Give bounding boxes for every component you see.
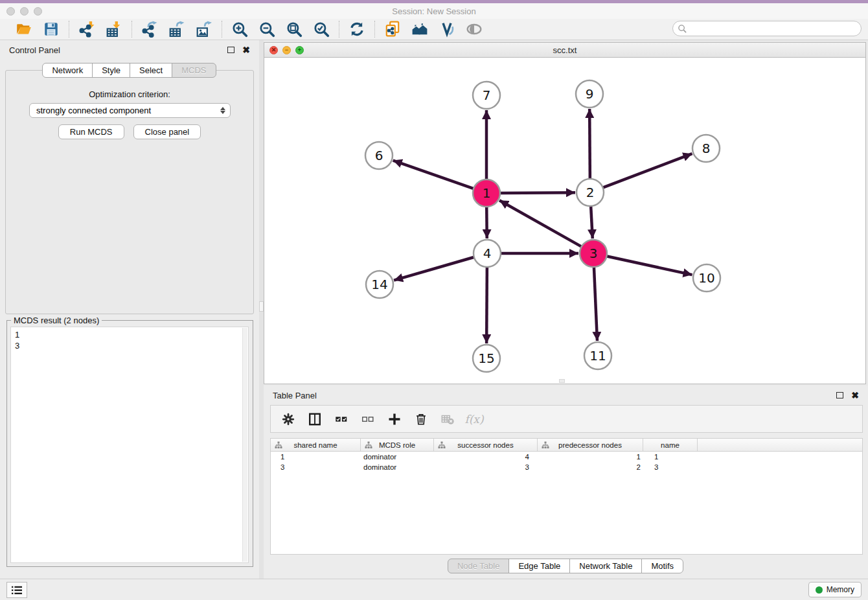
export-table-icon[interactable] xyxy=(168,21,185,38)
graph-node-2[interactable]: 2 xyxy=(577,179,604,206)
graph-edge-1-2[interactable] xyxy=(498,192,575,193)
table-header-row[interactable]: shared name MCDS role successor nodes pr… xyxy=(271,439,862,452)
network-window-titlebar[interactable]: ✕ − + scc.txt xyxy=(264,43,865,58)
graph-node-11[interactable]: 11 xyxy=(584,342,611,369)
task-history-button[interactable] xyxy=(6,582,27,598)
graph-node-1[interactable]: 1 xyxy=(473,179,500,207)
column-header-name[interactable]: name xyxy=(643,439,698,451)
column-header-mcds-role[interactable]: MCDS role xyxy=(361,439,434,451)
mcds-result-textarea[interactable]: 1 3 xyxy=(10,327,249,563)
graph-edge-2-3[interactable] xyxy=(591,204,593,238)
network-canvas[interactable]: 7968124314101511 xyxy=(264,58,865,384)
tab-select[interactable]: Select xyxy=(130,63,172,78)
cell-shared-name[interactable]: 1 xyxy=(271,453,361,461)
refresh-icon[interactable] xyxy=(348,21,365,38)
table-row[interactable]: 1 dominator 4 1 1 xyxy=(271,452,862,462)
zoom-fit-icon[interactable] xyxy=(286,21,303,38)
graph-edge-3-11[interactable] xyxy=(594,265,597,341)
network-graph[interactable]: 7968124314101511 xyxy=(264,58,865,384)
cell-name[interactable]: 1 xyxy=(643,453,698,461)
dropdown-stepper-icon xyxy=(220,107,225,114)
graph-node-3[interactable]: 3 xyxy=(580,240,607,267)
tab-network[interactable]: Network xyxy=(42,63,93,78)
open-session-icon[interactable] xyxy=(16,21,32,38)
graph-edge-3-10[interactable] xyxy=(605,256,692,275)
add-column-icon[interactable] xyxy=(387,411,402,427)
zoom-in-icon[interactable] xyxy=(231,21,248,38)
cell-successor-nodes[interactable]: 4 xyxy=(434,453,538,461)
cell-successor-nodes[interactable]: 3 xyxy=(434,463,538,471)
run-mcds-button[interactable]: Run MCDS xyxy=(58,124,124,139)
status-bar: Memory xyxy=(0,579,868,600)
svg-text:7: 7 xyxy=(483,87,491,103)
import-network-icon[interactable] xyxy=(78,21,95,38)
search-input[interactable] xyxy=(687,23,861,34)
graph-node-14[interactable]: 14 xyxy=(366,271,393,298)
memory-button[interactable]: Memory xyxy=(808,582,862,597)
graph-node-10[interactable]: 10 xyxy=(693,264,720,292)
cell-name[interactable]: 3 xyxy=(643,463,698,471)
float-panel-icon[interactable] xyxy=(227,47,234,53)
clone-network-icon[interactable] xyxy=(384,21,401,38)
first-neighbors-icon[interactable] xyxy=(411,21,428,38)
global-search-field[interactable] xyxy=(672,21,862,36)
tab-network-table[interactable]: Network Table xyxy=(569,559,642,573)
table-panel: Table Panel ✖ f(x) shared name xyxy=(264,386,868,579)
delete-column-icon[interactable] xyxy=(413,411,429,427)
zoom-selected-icon[interactable] xyxy=(313,21,330,38)
close-table-panel-icon[interactable]: ✖ xyxy=(851,392,859,398)
graph-edge-1-4[interactable] xyxy=(486,205,487,238)
close-panel-button[interactable]: Close panel xyxy=(133,124,201,139)
graph-node-4[interactable]: 4 xyxy=(474,240,501,267)
tab-motifs[interactable]: Motifs xyxy=(641,559,683,573)
list-icon xyxy=(11,585,23,595)
show-hide-icon[interactable] xyxy=(466,21,483,38)
cell-shared-name[interactable]: 3 xyxy=(271,463,361,471)
import-table-icon[interactable] xyxy=(106,21,122,38)
graph-edge-4-15[interactable] xyxy=(486,265,487,343)
export-image-icon[interactable] xyxy=(196,21,212,38)
float-table-panel-icon[interactable] xyxy=(836,392,843,398)
svg-text:8: 8 xyxy=(702,141,711,156)
splitter-grip[interactable] xyxy=(259,301,264,312)
column-header-predecessor-nodes[interactable]: predecessor nodes xyxy=(538,439,643,451)
graph-edge-2-8[interactable] xyxy=(601,154,692,188)
graph-edge-2-9[interactable] xyxy=(589,109,590,181)
unselect-all-columns-icon[interactable] xyxy=(360,411,376,427)
memory-label: Memory xyxy=(827,585,854,594)
graph-edge-3-1[interactable] xyxy=(499,200,583,248)
node-table[interactable]: shared name MCDS role successor nodes pr… xyxy=(270,438,863,555)
tab-style[interactable]: Style xyxy=(92,63,130,78)
zoom-out-icon[interactable] xyxy=(258,21,275,38)
criterion-dropdown[interactable]: strongly connected component xyxy=(29,103,231,118)
cell-mcds-role[interactable]: dominator xyxy=(361,453,434,461)
control-panel-title: Control Panel xyxy=(9,45,60,55)
close-panel-icon[interactable]: ✖ xyxy=(242,47,250,53)
column-header-successor-nodes[interactable]: successor nodes xyxy=(434,439,538,451)
settings-gear-icon[interactable] xyxy=(280,411,296,427)
tab-edge-table[interactable]: Edge Table xyxy=(508,559,570,573)
export-network-icon[interactable] xyxy=(141,21,158,38)
panel-splitter[interactable] xyxy=(259,40,264,579)
graph-node-6[interactable]: 6 xyxy=(365,142,393,169)
graph-node-8[interactable]: 8 xyxy=(692,135,720,162)
cell-predecessor-nodes[interactable]: 1 xyxy=(538,453,643,461)
cell-mcds-role[interactable]: dominator xyxy=(361,463,434,471)
graph-node-7[interactable]: 7 xyxy=(473,82,500,109)
cell-predecessor-nodes[interactable]: 2 xyxy=(538,463,643,471)
table-row[interactable]: 3 dominator 3 2 3 xyxy=(271,462,862,472)
graph-edge-1-6[interactable] xyxy=(393,161,475,189)
canvas-resize-grip[interactable] xyxy=(559,379,565,383)
apply-style-icon[interactable] xyxy=(439,21,455,38)
tab-node-table[interactable]: Node Table xyxy=(448,559,510,573)
save-session-icon[interactable] xyxy=(43,21,60,38)
select-all-columns-icon[interactable] xyxy=(334,411,349,427)
graph-node-15[interactable]: 15 xyxy=(473,345,500,372)
result-scrollbar[interactable] xyxy=(242,328,247,562)
graph-node-9[interactable]: 9 xyxy=(576,80,603,108)
graph-edge-4-14[interactable] xyxy=(394,257,476,281)
column-header-shared-name[interactable]: shared name xyxy=(271,439,361,451)
split-columns-icon[interactable] xyxy=(307,411,323,427)
table-panel-title: Table Panel xyxy=(273,391,317,400)
tab-mcds[interactable]: MCDS xyxy=(172,63,216,78)
